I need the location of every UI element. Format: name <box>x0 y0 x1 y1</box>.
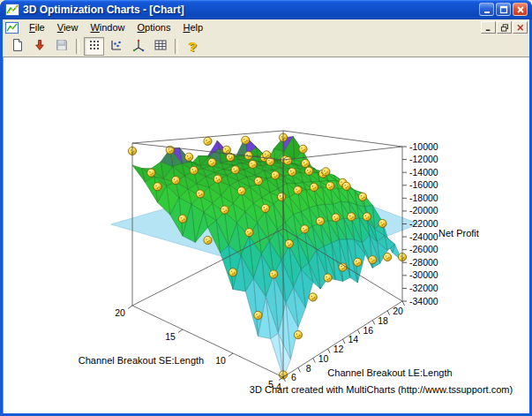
svg-text:-22000: -22000 <box>409 218 438 229</box>
dot-grid-icon <box>87 38 101 55</box>
svg-text:20: 20 <box>115 307 125 318</box>
grid-options-button[interactable] <box>150 37 170 56</box>
svg-text:18: 18 <box>378 315 388 326</box>
child-restore-button[interactable] <box>497 21 512 34</box>
minimize-button[interactable] <box>479 3 494 16</box>
window-title: 3D Optimization Charts - [Chart] <box>23 4 184 16</box>
child-minimize-button[interactable] <box>481 21 496 34</box>
help-icon: ? <box>189 40 197 53</box>
maximize-button[interactable] <box>496 3 511 16</box>
svg-text:-30000: -30000 <box>409 269 438 280</box>
svg-text:8: 8 <box>306 363 311 374</box>
svg-text:15: 15 <box>165 331 176 342</box>
svg-text:-10000: -10000 <box>409 141 438 152</box>
mdi-window-controls <box>481 21 529 34</box>
point-mode-button[interactable] <box>84 37 104 56</box>
svg-text:12: 12 <box>333 344 344 354</box>
svg-text:6: 6 <box>291 372 296 382</box>
svg-text:10: 10 <box>318 353 329 364</box>
help-button[interactable]: ? <box>183 37 203 56</box>
svg-text:-12000: -12000 <box>409 154 438 164</box>
svg-text:20: 20 <box>393 306 403 316</box>
toolbar-separator <box>76 39 79 54</box>
optimization-3d-chart[interactable]: 4681012141618205101520-10000-12000-14000… <box>3 57 529 413</box>
svg-text:-24000: -24000 <box>409 231 438 242</box>
svg-text:-16000: -16000 <box>409 179 438 190</box>
svg-text:Channel Breakout LE:Length: Channel Breakout LE:Length <box>327 367 452 378</box>
menu-file[interactable]: File <box>23 21 51 34</box>
toolbar-separator <box>175 39 178 54</box>
save-button[interactable] <box>51 37 71 56</box>
child-close-button[interactable] <box>513 21 528 34</box>
axes-3d-icon <box>131 38 146 55</box>
svg-text:-14000: -14000 <box>409 167 438 178</box>
axes-3d-button[interactable] <box>128 37 148 56</box>
down-arrow-icon <box>33 38 47 55</box>
move-down-button[interactable] <box>29 37 49 56</box>
menu-options[interactable]: Options <box>131 21 177 34</box>
close-button[interactable] <box>513 3 528 16</box>
rotate-3d-button[interactable] <box>106 37 126 56</box>
menu-bar: File View Window Options Help <box>3 19 529 35</box>
svg-text:-20000: -20000 <box>409 205 438 216</box>
svg-text:Channel Breakout SE:Length: Channel Breakout SE:Length <box>79 355 205 366</box>
scatter-3d-icon <box>109 38 124 55</box>
app-window: 3D Optimization Charts - [Chart] <box>0 0 532 416</box>
svg-text:10: 10 <box>215 355 226 366</box>
new-chart-button[interactable] <box>7 37 27 56</box>
title-bar[interactable]: 3D Optimization Charts - [Chart] <box>0 0 532 19</box>
svg-text:Net Profit: Net Profit <box>438 228 479 238</box>
chart-child-icon[interactable] <box>5 21 19 34</box>
svg-text:-34000: -34000 <box>409 296 438 306</box>
new-document-icon <box>11 38 25 55</box>
svg-text:-32000: -32000 <box>409 283 438 293</box>
svg-text:-26000: -26000 <box>409 244 438 254</box>
save-disk-icon <box>55 38 69 55</box>
menu-window[interactable]: Window <box>84 21 131 34</box>
svg-text:16: 16 <box>363 325 373 336</box>
svg-text:-28000: -28000 <box>409 257 438 268</box>
svg-text:-18000: -18000 <box>409 193 438 203</box>
menu-help[interactable]: Help <box>176 21 209 34</box>
grid-icon <box>154 38 168 55</box>
menu-view[interactable]: View <box>51 21 85 34</box>
svg-text:3D Chart created with MultiCha: 3D Chart created with MultiCharts (http:… <box>250 384 513 395</box>
svg-text:14: 14 <box>348 334 359 344</box>
app-icon <box>5 3 19 17</box>
chart-area[interactable]: 4681012141618205101520-10000-12000-14000… <box>3 57 529 413</box>
toolbar: ? <box>3 35 529 57</box>
